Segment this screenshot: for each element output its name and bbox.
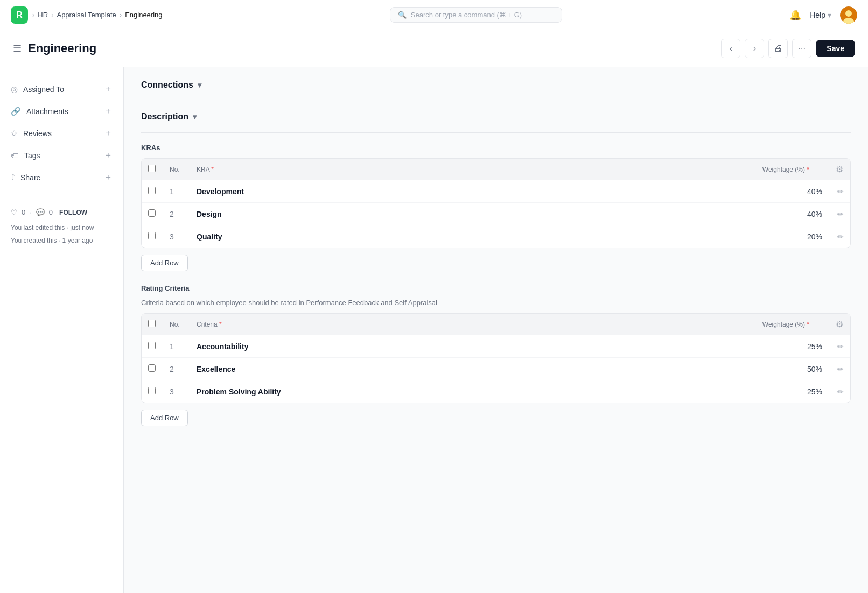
sidebar-item-attachments[interactable]: 🔗 Attachments ＋ — [0, 100, 123, 122]
kras-edit-icon-1[interactable]: ✏ — [837, 210, 844, 218]
kras-add-row-button[interactable]: Add Row — [141, 255, 188, 271]
page-title: Engineering — [28, 41, 96, 55]
kras-row-check-1[interactable] — [148, 209, 156, 217]
attachments-add-icon[interactable]: ＋ — [104, 105, 113, 117]
engagement-dot: · — [30, 208, 32, 216]
kras-row-check-0[interactable] — [148, 187, 156, 194]
kras-row-edit-0[interactable]: ✏ — [829, 180, 850, 203]
help-button[interactable]: Help ▾ — [810, 11, 831, 19]
sidebar-item-reviews[interactable]: ✩ Reviews ＋ — [0, 122, 123, 144]
comment-count: 0 — [49, 208, 53, 216]
breadcrumb-hr[interactable]: HR — [38, 11, 48, 19]
sidebar-item-assigned-to[interactable]: ◎ Assigned To ＋ — [0, 78, 123, 100]
assigned-to-icon: ◎ — [11, 84, 18, 94]
criteria-row-edit-2[interactable]: ✏ — [829, 380, 850, 403]
criteria-row-no-2: 3 — [163, 380, 190, 403]
criteria-row-check-1[interactable] — [148, 364, 156, 372]
criteria-row-checkbox-0 — [142, 335, 163, 358]
kras-row-edit-1[interactable]: ✏ — [829, 203, 850, 225]
created-text: You created this · 1 year ago — [11, 236, 113, 245]
tags-add-icon[interactable]: ＋ — [104, 150, 113, 161]
like-count: 0 — [22, 208, 25, 216]
like-icon[interactable]: ♡ — [11, 208, 17, 216]
breadcrumb-current: Engineering — [125, 11, 162, 19]
kras-header-weightage: Weightage (%) * — [479, 159, 829, 180]
criteria-row-edit-0[interactable]: ✏ — [829, 335, 850, 358]
connections-section-header[interactable]: Connections ▾ — [141, 80, 851, 90]
kras-header-settings: ⚙ — [829, 159, 850, 180]
kras-row-edit-2[interactable]: ✏ — [829, 225, 850, 248]
kras-row-check-2[interactable] — [148, 232, 156, 239]
follow-button[interactable]: FOLLOW — [59, 209, 87, 216]
description-label: Description — [141, 112, 188, 122]
criteria-weightage-required: * — [807, 321, 809, 328]
kras-settings-icon[interactable]: ⚙ — [836, 165, 843, 174]
menu-icon[interactable]: ☰ — [13, 43, 22, 54]
kras-table-header-row: No. KRA Weightage (%) * ⚙ — [142, 159, 850, 180]
last-edited-text: You last edited this · just now — [11, 223, 113, 232]
main-content: Connections ▾ Description ▾ KRAs No. KRA — [124, 67, 868, 593]
rating-criteria-section-label: Rating Criteria — [141, 284, 851, 292]
reviews-icon: ✩ — [11, 129, 18, 138]
sidebar-item-share[interactable]: ⤴ Share ＋ — [0, 166, 123, 188]
back-button[interactable]: ‹ — [721, 39, 740, 58]
description-separator — [141, 132, 851, 133]
criteria-select-all-checkbox[interactable] — [148, 320, 156, 327]
rating-criteria-description: Criteria based on which employee should … — [141, 299, 851, 307]
kras-row-no-1: 2 — [163, 203, 190, 225]
kras-select-all-checkbox[interactable] — [148, 165, 156, 172]
avatar[interactable] — [840, 6, 857, 24]
kras-row-checkbox-2 — [142, 225, 163, 248]
criteria-edit-icon-2[interactable]: ✏ — [837, 387, 844, 396]
criteria-header-no: No. — [163, 314, 190, 335]
rating-criteria-table-header-row: No. Criteria Weightage (%) * ⚙ — [142, 314, 850, 335]
app-logo[interactable]: R — [11, 6, 28, 24]
search-bar[interactable]: 🔍 Search or type a command (⌘ + G) — [390, 7, 562, 23]
attachments-icon: 🔗 — [11, 107, 21, 116]
topbar-center: 🔍 Search or type a command (⌘ + G) — [163, 7, 790, 23]
table-row: 3 Quality 20% ✏ — [142, 225, 850, 248]
sidebar-item-tags[interactable]: 🏷 Tags ＋ — [0, 144, 123, 166]
table-row: 2 Design 40% ✏ — [142, 203, 850, 225]
criteria-settings-icon[interactable]: ⚙ — [836, 320, 843, 329]
breadcrumb-sep-0: › — [32, 11, 34, 19]
connections-label: Connections — [141, 80, 193, 90]
tags-icon: 🏷 — [11, 151, 19, 160]
criteria-row-name-1: Excellence — [190, 358, 555, 380]
reviews-label: Reviews — [23, 129, 52, 138]
kras-row-name-0: Development — [190, 180, 479, 203]
breadcrumb-appraisal[interactable]: Appraisal Template — [57, 11, 116, 19]
notification-icon[interactable]: 🔔 — [789, 9, 801, 21]
share-add-icon[interactable]: ＋ — [104, 172, 113, 183]
kras-row-no-0: 1 — [163, 180, 190, 203]
kras-row-name-1: Design — [190, 203, 479, 225]
comment-icon[interactable]: 💬 — [36, 208, 45, 216]
connections-chevron-icon: ▾ — [198, 81, 201, 89]
print-button[interactable]: 🖨 — [768, 39, 788, 58]
rating-criteria-add-row-button[interactable]: Add Row — [141, 410, 188, 426]
criteria-row-edit-1[interactable]: ✏ — [829, 358, 850, 380]
criteria-row-check-0[interactable] — [148, 342, 156, 349]
table-row: 1 Accountability 25% ✏ — [142, 335, 850, 358]
svg-point-1 — [845, 10, 852, 17]
reviews-add-icon[interactable]: ＋ — [104, 128, 113, 139]
more-options-button[interactable]: ··· — [792, 39, 811, 58]
table-row: 1 Development 40% ✏ — [142, 180, 850, 203]
criteria-edit-icon-0[interactable]: ✏ — [837, 342, 844, 351]
forward-button[interactable]: › — [745, 39, 764, 58]
layout: ◎ Assigned To ＋ 🔗 Attachments ＋ ✩ Review… — [0, 67, 868, 593]
kras-table-wrapper: No. KRA Weightage (%) * ⚙ — [141, 158, 851, 248]
search-placeholder: Search or type a command (⌘ + G) — [411, 11, 522, 19]
rating-criteria-table: No. Criteria Weightage (%) * ⚙ — [142, 314, 850, 403]
kras-edit-icon-2[interactable]: ✏ — [837, 232, 844, 241]
description-section-header[interactable]: Description ▾ — [141, 112, 851, 122]
kras-header-kra: KRA — [190, 159, 479, 180]
page-header-left: ☰ Engineering — [13, 41, 96, 55]
assigned-to-add-icon[interactable]: ＋ — [104, 83, 113, 95]
criteria-header-settings: ⚙ — [829, 314, 850, 335]
criteria-edit-icon-1[interactable]: ✏ — [837, 365, 844, 373]
save-button[interactable]: Save — [816, 40, 855, 57]
criteria-row-name-0: Accountability — [190, 335, 555, 358]
criteria-row-check-2[interactable] — [148, 387, 156, 394]
kras-edit-icon-0[interactable]: ✏ — [837, 187, 844, 196]
